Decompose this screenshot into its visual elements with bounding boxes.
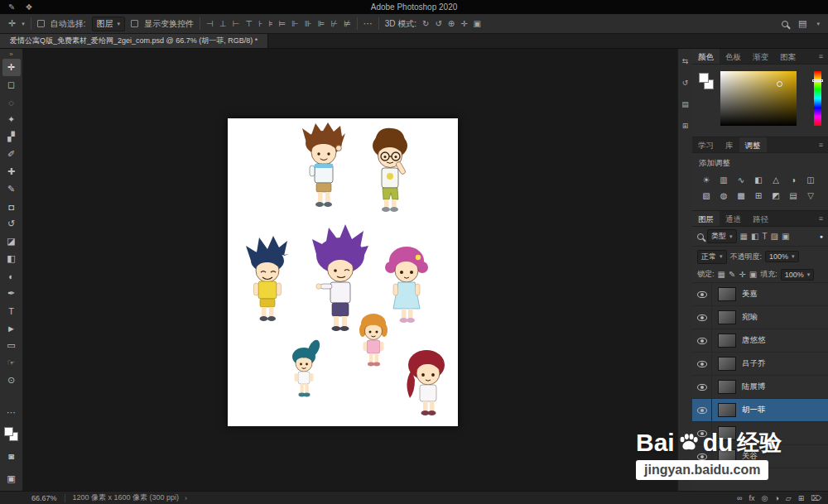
- quick-select-tool[interactable]: ✦: [2, 111, 21, 128]
- panel-menu-icon[interactable]: ≡: [814, 49, 828, 64]
- color-lookup-icon[interactable]: ⊞: [751, 189, 766, 202]
- tab-paths[interactable]: 路径: [747, 211, 774, 226]
- 3d-slide-icon[interactable]: ✛: [460, 20, 467, 28]
- visibility-cell[interactable]: [692, 376, 712, 398]
- fill-select[interactable]: 100% ▾: [781, 269, 815, 281]
- libraries-icon[interactable]: ⊞: [682, 122, 689, 130]
- pen-tool[interactable]: ✒: [2, 285, 21, 302]
- adjustment-layer-icon[interactable]: ◑: [774, 494, 778, 502]
- marquee-tool[interactable]: ◻: [2, 76, 21, 94]
- shape-tool[interactable]: ▭: [2, 337, 21, 354]
- filter-type-icon[interactable]: T: [762, 232, 767, 241]
- hue-saturation-icon[interactable]: ◑: [786, 173, 801, 186]
- layer-row[interactable]: 吕子乔: [692, 353, 828, 376]
- type-tool[interactable]: T: [2, 302, 21, 319]
- tab-gradients[interactable]: 渐变: [747, 49, 774, 64]
- tab-patterns[interactable]: 图案: [774, 49, 802, 64]
- history-icon[interactable]: ↺: [682, 79, 689, 87]
- distribute-v-center-icon[interactable]: ⊩: [291, 20, 299, 28]
- more-options-icon[interactable]: ⋯: [363, 19, 373, 28]
- dodge-tool[interactable]: ◐: [2, 267, 21, 285]
- filter-kind-select[interactable]: 类型 ▾: [707, 229, 737, 243]
- layer-style-icon[interactable]: fx: [749, 494, 754, 502]
- align-v-center-icon[interactable]: ⊦: [258, 20, 262, 28]
- 3d-drag-icon[interactable]: ⊕: [448, 20, 455, 28]
- layer-thumbnail[interactable]: [718, 310, 736, 324]
- blend-mode-select[interactable]: 正常 ▾: [697, 250, 727, 264]
- tab-libraries[interactable]: 库: [720, 137, 739, 152]
- status-chevron-icon[interactable]: ›: [185, 494, 187, 502]
- visibility-cell[interactable]: [692, 353, 712, 375]
- edit-toolbar-icon[interactable]: ⋯: [2, 404, 21, 421]
- document-canvas[interactable]: [228, 118, 458, 426]
- hue-slider-marker[interactable]: [812, 79, 823, 82]
- align-top-icon[interactable]: ⊤: [245, 20, 253, 28]
- curves-icon[interactable]: ∿: [734, 173, 749, 186]
- visibility-cell[interactable]: [692, 283, 712, 305]
- panel-menu-icon[interactable]: ≡: [814, 211, 828, 226]
- brightness-contrast-icon[interactable]: ☀: [699, 173, 714, 186]
- layer-thumbnail[interactable]: [718, 334, 736, 348]
- align-left-icon[interactable]: ⊣: [206, 20, 214, 28]
- foreground-background-swatches[interactable]: [4, 427, 18, 441]
- black-white-icon[interactable]: ▧: [699, 189, 714, 202]
- foreground-color-swatch[interactable]: [4, 427, 13, 436]
- align-right-icon[interactable]: ⊢: [232, 20, 239, 28]
- filter-adjustment-icon[interactable]: ◧: [751, 232, 758, 241]
- healing-brush-tool[interactable]: ✚: [2, 163, 21, 180]
- saturation-brightness-field[interactable]: [720, 71, 797, 126]
- filter-shape-icon[interactable]: ▨: [771, 232, 778, 241]
- 3d-scale-icon[interactable]: ▣: [474, 20, 481, 28]
- visibility-cell[interactable]: [692, 306, 712, 329]
- threshold-icon[interactable]: ▽: [803, 189, 818, 202]
- layer-thumbnail[interactable]: [718, 287, 736, 301]
- lasso-tool[interactable]: ◌: [2, 94, 21, 111]
- properties-icon[interactable]: ▤: [681, 100, 689, 108]
- filter-smart-icon[interactable]: ▣: [782, 232, 789, 241]
- panel-menu-icon[interactable]: ≡: [814, 137, 828, 152]
- layer-row[interactable]: 唐悠悠: [692, 329, 828, 353]
- layer-thumbnail[interactable]: [718, 380, 736, 394]
- canvas-area[interactable]: [23, 49, 677, 491]
- delete-layer-icon[interactable]: ⌦: [811, 494, 821, 502]
- lock-position-icon[interactable]: ✛: [739, 270, 745, 279]
- auto-select-target-select[interactable]: 图层 ▾: [92, 17, 126, 31]
- screen-mode-icon[interactable]: ▣: [2, 470, 21, 487]
- panel-color-swatches[interactable]: [699, 73, 714, 89]
- align-h-center-icon[interactable]: ⊥: [219, 20, 227, 28]
- align-bottom-icon[interactable]: ⊧: [268, 20, 272, 28]
- visibility-cell[interactable]: [692, 329, 712, 352]
- hand-tool[interactable]: ☞: [2, 354, 21, 372]
- photo-filter-icon[interactable]: ◍: [716, 189, 731, 202]
- layer-group-icon[interactable]: ▱: [786, 494, 792, 502]
- auto-select-checkbox[interactable]: [37, 20, 45, 27]
- distribute-right-icon[interactable]: ⊭: [344, 20, 351, 28]
- zoom-level-field[interactable]: 66.67%: [31, 494, 57, 502]
- distribute-left-icon[interactable]: ⊫: [318, 20, 325, 28]
- layer-row-selected[interactable]: 胡一菲: [692, 399, 828, 422]
- distribute-top-icon[interactable]: ⊨: [278, 20, 286, 28]
- distribute-bottom-icon[interactable]: ⊪: [305, 20, 312, 28]
- tab-layers[interactable]: 图层: [692, 211, 720, 226]
- tool-preset-caret-icon[interactable]: ▾: [22, 21, 25, 27]
- 3d-rotate-icon[interactable]: ↻: [422, 20, 429, 28]
- chevron-down-icon[interactable]: ▾: [816, 21, 820, 27]
- lock-pixels-icon[interactable]: ✎: [729, 270, 735, 279]
- document-tab[interactable]: 爱情公寓Q版_免费素材_爱给网_2gei_com.psd @ 66.7% (胡一…: [0, 34, 268, 48]
- toolbar-collapse-icon[interactable]: »: [9, 50, 12, 59]
- gradient-tool[interactable]: ◧: [2, 250, 21, 267]
- layer-thumbnail[interactable]: [718, 403, 736, 417]
- clone-stamp-tool[interactable]: ◘: [2, 198, 21, 215]
- foreground-color-swatch[interactable]: [699, 73, 709, 83]
- layer-row[interactable]: 美嘉: [692, 283, 828, 306]
- crop-tool[interactable]: ▞: [2, 128, 21, 146]
- lock-transparency-icon[interactable]: ▦: [718, 270, 725, 279]
- invert-icon[interactable]: ◩: [768, 189, 783, 202]
- layer-row[interactable]: 宛瑜: [692, 306, 828, 329]
- 3d-roll-icon[interactable]: ↺: [435, 20, 441, 28]
- layer-row[interactable]: 陆展博: [692, 376, 828, 399]
- eyedropper-tool[interactable]: ✐: [2, 146, 21, 163]
- path-select-tool[interactable]: ►: [2, 319, 21, 337]
- distribute-h-center-icon[interactable]: ⊬: [330, 20, 338, 28]
- visibility-cell[interactable]: [692, 399, 712, 421]
